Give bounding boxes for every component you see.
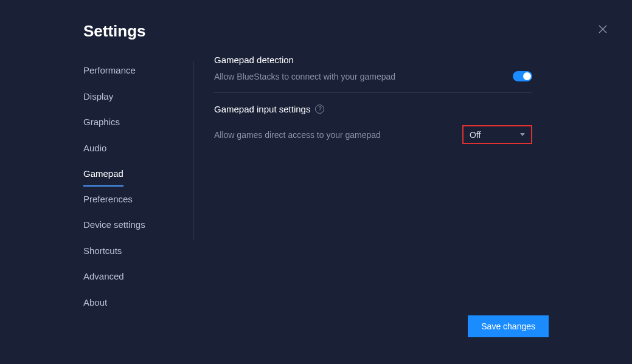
gamepad-detection-title: Gamepad detection (214, 55, 532, 65)
sidebar-item-performance[interactable]: Performance (83, 58, 136, 84)
gamepad-detection-subtitle: Allow BlueStacks to connect with your ga… (214, 72, 395, 81)
help-icon[interactable]: ? (315, 105, 324, 114)
content-area: Gamepad detection Allow BlueStacks to co… (214, 55, 532, 144)
gamepad-input-title: Gamepad input settings ? (214, 104, 532, 114)
sidebar: Performance Display Graphics Audio Gamep… (83, 58, 193, 315)
gamepad-input-title-text: Gamepad input settings (214, 104, 310, 114)
sidebar-item-preferences[interactable]: Preferences (83, 187, 133, 213)
sidebar-item-shortcuts[interactable]: Shortcuts (83, 238, 122, 264)
gamepad-input-subtitle: Allow games direct access to your gamepa… (214, 130, 381, 140)
close-icon (599, 25, 607, 33)
vertical-divider (193, 61, 194, 240)
horizontal-divider (214, 92, 532, 93)
gamepad-access-dropdown[interactable]: Off (462, 125, 532, 144)
save-button[interactable]: Save changes (468, 315, 549, 337)
sidebar-item-device-settings[interactable]: Device settings (83, 212, 145, 238)
gamepad-detection-toggle[interactable] (513, 71, 532, 81)
sidebar-item-display[interactable]: Display (83, 84, 113, 110)
sidebar-item-gamepad[interactable]: Gamepad (83, 161, 123, 187)
sidebar-item-about[interactable]: About (83, 290, 107, 316)
chevron-down-icon (520, 133, 525, 136)
page-title: Settings (83, 22, 146, 41)
sidebar-item-audio[interactable]: Audio (83, 136, 106, 162)
close-button[interactable] (597, 23, 609, 35)
sidebar-item-graphics[interactable]: Graphics (83, 109, 120, 136)
sidebar-item-advanced[interactable]: Advanced (83, 264, 124, 290)
dropdown-value: Off (470, 130, 481, 140)
